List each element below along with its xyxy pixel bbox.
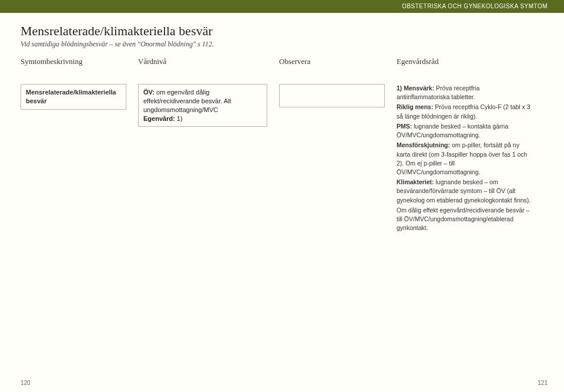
advice-mensforskjutning: Mensförskjutning: om p-piller, fortsätt … — [397, 141, 532, 177]
col-header-symptom: Symtombeskrivning — [21, 57, 126, 72]
care-label-egenvard: Egenvård: — [143, 115, 175, 122]
chapter-title: OBSTETRISKA OCH GYNEKOLOGISKA SYMTOM — [402, 3, 548, 9]
page-number-left: 120 — [21, 380, 31, 386]
advice-column: 1) Mensvärk: Pröva receptfria antiinflam… — [397, 84, 532, 234]
column-header-row: Symtombeskrivning Vårdnivå Observera Ege… — [0, 57, 564, 72]
page-title: Mensrelaterade/klimakteriella besvär — [21, 23, 552, 39]
symptom-cell: Mensrelaterade/klimakteriella besvär — [21, 84, 126, 110]
advice-riklig-mens: Riklig mens: Pröva receptfria Cyklo-F (2… — [397, 103, 532, 120]
care-level-cell: ÖV: om egenvård dålig effekt/recidiveran… — [138, 84, 267, 127]
chapter-header: OBSTETRISKA OCH GYNEKOLOGISKA SYMTOM — [0, 0, 564, 13]
observe-cell — [279, 84, 385, 107]
care-label-ov: ÖV: — [143, 89, 155, 96]
advice-mensvark: 1) Mensvärk: Pröva receptfria antiinflam… — [397, 84, 532, 102]
col-header-care: Vårdnivå — [138, 57, 267, 72]
page-number-right: 121 — [538, 380, 548, 386]
col-header-observe: Observera — [279, 57, 385, 72]
page-subtitle: Vid samtidiga blödningsbesvär – se även … — [21, 40, 552, 49]
care-text-ov: om egenvård dålig effekt/recidiverande b… — [143, 89, 231, 113]
title-block: Mensrelaterade/klimakteriella besvär Vid… — [0, 13, 564, 49]
advice-klimakteriet: Klimakteriet: lugnande besked – om besvä… — [397, 178, 532, 205]
col-header-advice: Egenvårdsråd — [397, 57, 532, 66]
advice-pms: PMS: lugnande besked – kontakta gärna ÖV… — [397, 122, 532, 140]
care-text-egenvard: 1) — [175, 115, 183, 122]
content-row: Mensrelaterade/klimakteriella besvär ÖV:… — [0, 72, 564, 234]
advice-dalig-effekt: Om dålig effekt egenvård/recidiverande b… — [397, 206, 532, 233]
